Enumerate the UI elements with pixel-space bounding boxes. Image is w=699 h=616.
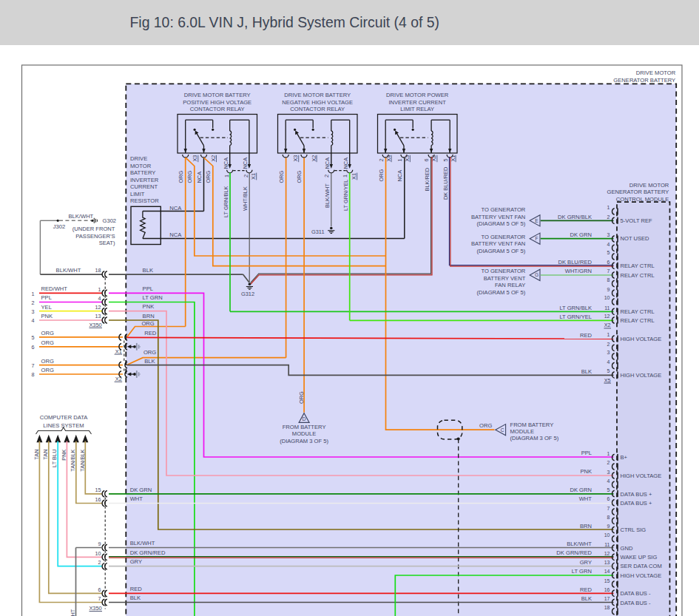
svg-text:ORG: ORG xyxy=(41,339,54,346)
svg-text:CURRENT: CURRENT xyxy=(130,183,158,190)
svg-text:11: 11 xyxy=(604,305,609,311)
svg-text:F: F xyxy=(535,236,538,241)
svg-text:9: 9 xyxy=(98,541,101,547)
svg-text:ORG: ORG xyxy=(378,169,385,181)
svg-text:LIMIT: LIMIT xyxy=(130,191,145,197)
svg-text:2: 2 xyxy=(607,460,610,465)
svg-text:PNK: PNK xyxy=(41,313,53,319)
svg-text:TAN/BLK: TAN/BLK xyxy=(70,449,76,471)
svg-text:X3: X3 xyxy=(192,155,198,162)
svg-text:X5: X5 xyxy=(604,377,611,384)
svg-text:DRIVE MOTOR POWER: DRIVE MOTOR POWER xyxy=(386,92,449,98)
svg-text:ORG: ORG xyxy=(41,358,54,365)
svg-text:PPL: PPL xyxy=(143,285,153,292)
svg-text:NEGATIVE HIGH VOLTAGE: NEGATIVE HIGH VOLTAGE xyxy=(282,99,353,106)
svg-text:DK BLU/RED: DK BLU/RED xyxy=(558,259,592,265)
svg-text:PPL: PPL xyxy=(581,450,592,456)
svg-text:NCA: NCA xyxy=(169,231,182,238)
svg-text:2: 2 xyxy=(607,342,610,347)
svg-text:RED: RED xyxy=(580,586,592,593)
svg-text:TAN: TAN xyxy=(33,450,40,460)
svg-text:DRIVE: DRIVE xyxy=(130,155,147,162)
svg-text:2: 2 xyxy=(32,299,35,306)
svg-text:8: 8 xyxy=(607,277,610,282)
svg-text:GENERATOR BATTERY: GENERATOR BATTERY xyxy=(613,77,675,84)
svg-text:18: 18 xyxy=(95,267,101,274)
svg-text:15: 15 xyxy=(95,487,101,493)
svg-text:13: 13 xyxy=(604,560,610,565)
svg-text:7: 7 xyxy=(32,362,35,369)
svg-text:DK GRN: DK GRN xyxy=(130,487,152,493)
svg-text:TO GENERATOR: TO GENERATOR xyxy=(481,268,525,274)
svg-text:GENERATOR BATTERY: GENERATOR BATTERY xyxy=(607,189,669,195)
svg-text:POSITIVE HIGH VOLTAGE: POSITIVE HIGH VOLTAGE xyxy=(183,99,251,106)
svg-text:5: 5 xyxy=(607,487,610,493)
svg-text:LIMIT RELAY: LIMIT RELAY xyxy=(400,106,434,112)
svg-text:G311: G311 xyxy=(311,229,325,235)
svg-text:NCA: NCA xyxy=(324,158,331,169)
svg-text:9: 9 xyxy=(607,287,610,292)
svg-text:2: 2 xyxy=(243,175,249,177)
svg-text:6: 6 xyxy=(607,496,610,501)
svg-text:X2: X2 xyxy=(311,155,317,162)
svg-text:BLK: BLK xyxy=(143,267,153,274)
svg-text:HIGH VOLTAGE: HIGH VOLTAGE xyxy=(621,473,662,479)
svg-text:CONTACTOR RELAY: CONTACTOR RELAY xyxy=(290,106,345,112)
svg-text:LT GRN/YEL: LT GRN/YEL xyxy=(342,180,349,211)
svg-text:X1: X1 xyxy=(250,173,257,180)
svg-text:FROM BATTERY: FROM BATTERY xyxy=(510,422,554,428)
svg-text:4: 4 xyxy=(98,295,101,302)
svg-text:FAN RELAY: FAN RELAY xyxy=(495,282,525,288)
svg-text:YEL: YEL xyxy=(41,304,52,311)
svg-text:NCA: NCA xyxy=(196,172,203,183)
svg-text:DATA BUS +: DATA BUS + xyxy=(621,500,653,507)
svg-text:BLK/WHT: BLK/WHT xyxy=(130,540,155,546)
svg-text:TO GENERATOR: TO GENERATOR xyxy=(481,234,525,240)
svg-text:X2: X2 xyxy=(115,376,122,382)
svg-text:BLK/WHT: BLK/WHT xyxy=(69,213,94,220)
svg-text:(DIAGRAM 3 OF 5): (DIAGRAM 3 OF 5) xyxy=(280,438,328,444)
svg-text:FROM BATTERY: FROM BATTERY xyxy=(283,424,326,430)
svg-text:TO GENERATOR: TO GENERATOR xyxy=(481,206,525,213)
svg-text:4: 4 xyxy=(607,242,610,247)
svg-text:X1: X1 xyxy=(351,173,357,180)
svg-text:DRIVE MOTOR BATTERY: DRIVE MOTOR BATTERY xyxy=(184,92,251,98)
svg-text:1: 1 xyxy=(396,158,403,161)
svg-text:5: 5 xyxy=(607,368,610,373)
svg-text:DRIVE MOTOR BATTERY: DRIVE MOTOR BATTERY xyxy=(284,92,351,98)
svg-text:MODULE: MODULE xyxy=(510,428,535,435)
svg-text:17: 17 xyxy=(604,596,610,601)
svg-text:HT: HT xyxy=(70,609,76,616)
svg-text:NCA: NCA xyxy=(396,170,403,182)
svg-text:X350: X350 xyxy=(89,605,101,612)
svg-text:WHT: WHT xyxy=(579,495,592,502)
svg-text:7: 7 xyxy=(607,506,610,511)
svg-text:LT GRN/BLK: LT GRN/BLK xyxy=(223,186,229,217)
svg-text:11: 11 xyxy=(604,542,609,547)
svg-text:C: C xyxy=(501,427,504,433)
svg-text:13: 13 xyxy=(95,313,101,319)
svg-text:SER DATA COM: SER DATA COM xyxy=(621,563,662,569)
svg-text:INVERTER: INVERTER xyxy=(130,177,159,183)
svg-text:16: 16 xyxy=(95,496,101,503)
svg-text:GRY: GRY xyxy=(580,559,592,566)
svg-text:8: 8 xyxy=(32,371,35,378)
svg-text:3: 3 xyxy=(607,470,610,475)
svg-text:X1: X1 xyxy=(115,348,122,355)
svg-text:12: 12 xyxy=(604,551,610,556)
svg-text:ORG: ORG xyxy=(186,170,193,183)
svg-text:BRN: BRN xyxy=(580,523,592,529)
svg-text:GRY: GRY xyxy=(130,558,142,565)
svg-text:ORG: ORG xyxy=(298,391,305,404)
svg-text:10: 10 xyxy=(604,532,610,538)
svg-text:(DIAGRAM 5 OF 5): (DIAGRAM 5 OF 5) xyxy=(476,289,525,296)
svg-text:HIGH VOLTAGE: HIGH VOLTAGE xyxy=(621,336,662,342)
svg-text:G312: G312 xyxy=(241,291,254,297)
svg-text:4: 4 xyxy=(607,478,610,484)
svg-text:LT GRN/YEL: LT GRN/YEL xyxy=(559,314,592,320)
svg-text:MODULE: MODULE xyxy=(292,430,317,437)
svg-text:ORG: ORG xyxy=(278,170,285,183)
svg-text:LT GRN/BLK: LT GRN/BLK xyxy=(559,305,592,311)
svg-text:DK GRN/BLK: DK GRN/BLK xyxy=(558,214,592,220)
svg-text:NCA: NCA xyxy=(169,205,182,211)
